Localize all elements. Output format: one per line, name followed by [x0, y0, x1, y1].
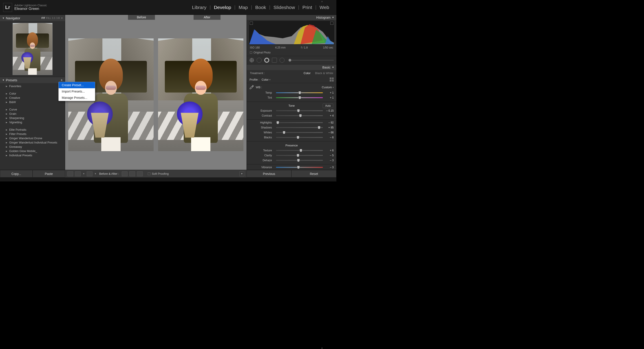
preset-group[interactable]: ▶B&W: [0, 100, 65, 104]
navigator-preview[interactable]: [0, 21, 65, 77]
preset-group[interactable]: ▶Ellie Portraits: [0, 128, 65, 132]
original-photo-toggle[interactable]: Original Photo: [247, 50, 336, 56]
highlights-slider[interactable]: [276, 122, 323, 123]
zoom-option-1-8[interactable]: 1:8: [56, 16, 60, 19]
histogram-header[interactable]: Histogram ▼: [247, 15, 336, 20]
crop-tool[interactable]: [250, 58, 254, 62]
slider-value[interactable]: + 4: [325, 114, 334, 117]
preset-group[interactable]: ▶Grain: [0, 112, 65, 116]
toolbar-expand-button[interactable]: ▼: [239, 171, 244, 176]
exposure-slider[interactable]: [276, 110, 323, 111]
zoom-option-1-1[interactable]: 1:1: [52, 16, 55, 19]
copy-before-to-after-button[interactable]: [129, 171, 135, 176]
module-web[interactable]: Web: [316, 5, 332, 10]
basic-panel-header[interactable]: Basic ▼: [247, 64, 336, 70]
preset-group[interactable]: ▶Individual Presets: [0, 153, 65, 158]
slider-knob[interactable]: [276, 121, 279, 124]
slider-knob[interactable]: [298, 96, 301, 99]
presets-header[interactable]: ▼ Presets +: [0, 77, 65, 83]
redeye-tool[interactable]: [264, 58, 269, 63]
module-book[interactable]: Book: [252, 5, 269, 10]
treatment-color[interactable]: Color: [304, 72, 310, 75]
slider-knob[interactable]: [297, 136, 299, 139]
slider-knob[interactable]: [283, 131, 286, 134]
identity-plate[interactable]: Eleanor Green: [14, 6, 47, 11]
preset-group[interactable]: ▶Vignetting: [0, 120, 65, 124]
clarity-slider[interactable]: [276, 155, 323, 156]
radial-filter-tool[interactable]: [280, 58, 284, 63]
copy-settings-button[interactable]: Copy...: [0, 170, 32, 178]
shadow-clipping-icon[interactable]: [250, 22, 253, 25]
slider-value[interactable]: + 1: [325, 91, 334, 94]
profile-browser-button[interactable]: [330, 78, 334, 82]
slider-value[interactable]: – 5: [325, 154, 334, 157]
blacks-slider[interactable]: [276, 137, 323, 138]
reference-view-button[interactable]: [75, 171, 81, 176]
soft-proofing-toggle[interactable]: Soft Proofing: [148, 172, 169, 176]
top-panel-handle[interactable]: ▲: [321, 0, 323, 2]
slider-value[interactable]: – 92: [325, 121, 334, 124]
brush-size-slider[interactable]: [288, 60, 334, 60]
profile-value[interactable]: Color ▫: [262, 78, 270, 81]
slider-value[interactable]: – 6: [325, 136, 334, 139]
slider-value[interactable]: – 66: [325, 131, 334, 134]
preset-group[interactable]: ▶Filter Presets: [0, 132, 65, 136]
previous-button[interactable]: Previous: [246, 170, 292, 178]
slider-value[interactable]: + 85: [325, 126, 334, 129]
context-menu-item[interactable]: Create Preset...: [58, 82, 95, 88]
eyedropper-icon[interactable]: [250, 85, 254, 90]
reset-button[interactable]: Reset: [292, 170, 336, 178]
tint-slider[interactable]: [276, 97, 323, 98]
treatment-bw[interactable]: Black & White: [315, 72, 333, 75]
preset-group[interactable]: ▶Curve: [0, 107, 65, 112]
spot-removal-tool[interactable]: [257, 58, 262, 63]
module-slideshow[interactable]: Slideshow: [270, 5, 298, 10]
after-image[interactable]: [158, 38, 244, 151]
slider-knob[interactable]: [299, 114, 302, 117]
preset-group[interactable]: ▶Golden Glow Mobile_: [0, 149, 65, 153]
context-menu-item[interactable]: Manage Presets...: [58, 94, 95, 101]
loupe-view-button[interactable]: [67, 171, 73, 176]
temp-slider[interactable]: [276, 92, 323, 93]
slider-value[interactable]: – 3: [325, 166, 334, 169]
auto-tone-button[interactable]: Auto: [323, 104, 333, 108]
zoom-option-FIT[interactable]: FIT: [42, 16, 45, 19]
dehaze-slider[interactable]: [276, 160, 323, 161]
context-menu-item[interactable]: Import Presets...: [58, 88, 95, 94]
wb-dropdown[interactable]: Custom ▫: [322, 86, 334, 89]
highlight-clipping-icon[interactable]: [330, 22, 334, 25]
texture-slider[interactable]: [276, 150, 323, 151]
preset-group[interactable]: ▶Favorites: [0, 84, 65, 88]
slider-knob[interactable]: [297, 159, 300, 162]
slider-value[interactable]: – 3: [325, 159, 334, 162]
dropdown-chevron-icon[interactable]: ▼: [94, 172, 96, 175]
shadows-slider[interactable]: [276, 127, 323, 128]
zoom-option-FILL[interactable]: FILL: [46, 16, 51, 19]
module-develop[interactable]: Develop: [210, 5, 234, 10]
contrast-slider[interactable]: [276, 115, 323, 116]
slider-knob[interactable]: [297, 109, 300, 112]
whites-slider[interactable]: [276, 132, 323, 133]
copy-after-to-before-button[interactable]: [137, 171, 143, 176]
navigator-header[interactable]: ▼ Navigator FITFILL1:11:8 ▾: [0, 15, 65, 21]
zoom-dropdown-icon[interactable]: ▾: [61, 16, 63, 19]
slider-knob[interactable]: [298, 91, 301, 94]
slider-knob[interactable]: [300, 149, 302, 152]
paste-settings-button[interactable]: Paste: [32, 170, 65, 178]
preset-group[interactable]: ▶Sharpening: [0, 116, 65, 120]
slider-knob[interactable]: [297, 166, 300, 169]
slider-knob[interactable]: [297, 154, 299, 157]
histogram[interactable]: [249, 21, 334, 44]
before-after-view-button[interactable]: [87, 171, 92, 176]
dropdown-chevron-icon[interactable]: ▼: [83, 172, 85, 175]
module-library[interactable]: Library: [189, 5, 210, 10]
preset-group[interactable]: ▶Creative: [0, 96, 65, 100]
preset-group[interactable]: ▶Giveaway: [0, 145, 65, 149]
preset-group[interactable]: ▶Color: [0, 92, 65, 96]
swap-before-after-button[interactable]: [122, 171, 128, 176]
vibrance-slider[interactable]: [276, 167, 323, 168]
slider-value[interactable]: – 0.15: [325, 109, 334, 112]
module-map[interactable]: Map: [236, 5, 251, 10]
graduated-filter-tool[interactable]: [272, 58, 277, 63]
preset-group[interactable]: ▶Ginger Wanderlust Individual Presets: [0, 140, 65, 145]
